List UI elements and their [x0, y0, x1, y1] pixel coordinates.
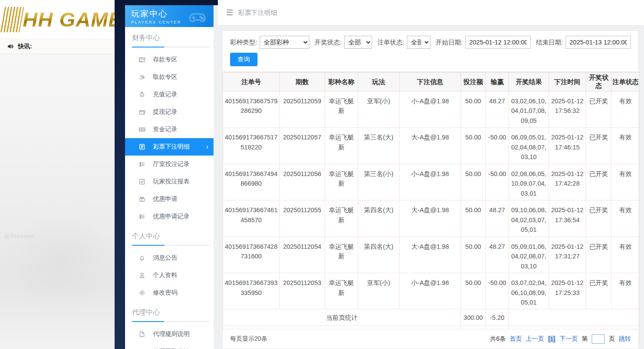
column-header: 注单状态: [612, 73, 640, 91]
sidebar-item-lottery-bet-details[interactable]: 彩票下注明细›: [125, 138, 214, 156]
table-cell: 第三名(小): [358, 164, 400, 200]
table-cell: 亚军(小): [358, 273, 400, 309]
lottery-type-label: 彩种类型:: [230, 38, 257, 47]
table-cell: 已开奖: [586, 128, 612, 164]
sidebar-item-withdrawal-records[interactable]: 提现记录: [125, 103, 214, 121]
table-cell: 48.27: [486, 200, 509, 237]
current-page[interactable]: [1]: [548, 335, 556, 342]
column-header: 输赢: [486, 73, 509, 91]
sidebar-item-label: 取款专区: [153, 73, 177, 81]
table-cell: 06,09,05,01,02,04,08,07,03,10: [509, 128, 549, 164]
lottery-type-select[interactable]: 全部彩种: [260, 36, 309, 49]
sidebar-item-change-password[interactable]: 修改密码: [125, 284, 214, 302]
jump-link[interactable]: 跳转: [619, 335, 631, 343]
table-cell: 03,07,02,04,06,10,08,09,05,01: [509, 273, 549, 309]
total-count: 共6条: [490, 335, 506, 343]
table-cell: 亚军(小): [358, 91, 400, 128]
sidebar: 玩家中心 PLAYERS CENTER 财务中心存款专区取款专区充值记录提现记录…: [125, 5, 214, 349]
table-cell: 大-A盘@1.98: [400, 237, 461, 273]
prev-page-link[interactable]: 上一页: [525, 335, 544, 343]
search-button[interactable]: 查询: [230, 53, 258, 66]
page: HH GAME 快讯: @Investec 玩家中心 PLAYERS CENTE…: [0, 0, 644, 349]
hall-bet-records-icon: [139, 161, 146, 168]
table-cell: 有效: [612, 200, 640, 237]
sidebar-item-funds-records[interactable]: 资金记录: [125, 121, 214, 138]
table-cell: 401569173667494866980: [223, 164, 280, 200]
sidebar-item-label: 消息公告: [153, 254, 177, 262]
table-cell: 20250112053: [280, 273, 325, 309]
table-row: 40156917366742873160020250112054幸运飞艇新第四名…: [223, 237, 640, 273]
sidebar-item-label: 个人资料: [153, 271, 177, 279]
sidebar-item-deposit-zone[interactable]: 存款专区: [125, 51, 214, 68]
table-cell: 02,08,06,05,10,09,07,04,03,01: [509, 164, 549, 200]
table-cell: -50.00: [486, 164, 509, 200]
sidebar-item-promo-records[interactable]: 优惠申请记录: [125, 208, 214, 225]
sidebar-sections: 财务中心存款专区取款专区充值记录提现记录资金记录彩票下注明细›厅室投注记录玩家投…: [125, 34, 214, 349]
start-date-input[interactable]: [465, 36, 531, 49]
table-cell: 50.00: [461, 164, 486, 200]
table-cell: 第三名(大): [358, 128, 400, 164]
bet-status-label: 注单状态:: [377, 38, 404, 47]
table-cell: 20250112054: [280, 237, 325, 273]
first-page-link[interactable]: 首页: [509, 335, 522, 343]
sidebar-item-hall-bet-records[interactable]: 厅室投注记录: [125, 156, 214, 173]
sidebar-item-label: 存款专区: [153, 56, 177, 64]
table-cell: 大-A盘@1.98: [400, 200, 461, 237]
deposit-zone-icon: [139, 56, 146, 63]
table-row: 40156917366751751822020250112057幸运飞艇新第三名…: [223, 128, 640, 164]
table-row: 40156917366749486698020250112056幸运飞艇新第三名…: [223, 164, 640, 200]
pagination-bar: 每页显示20条 共6条 首页 上一页 [1] 下一页 第 页 跳转: [222, 329, 639, 349]
table-cell: 有效: [612, 237, 640, 273]
table-cell: 幸运飞艇新: [325, 273, 358, 309]
bets-table: 注单号期数彩种名称玩法下注信息投注额输赢开奖结果下注时间开奖状态注单状态 401…: [223, 72, 640, 342]
sidebar-item-player-bet-report[interactable]: 玩家投注报表: [125, 173, 214, 190]
sidebar-item-profile[interactable]: 个人资料: [125, 267, 214, 284]
withdrawal-records-icon: [139, 108, 146, 115]
draw-status-select[interactable]: 全部: [344, 36, 372, 49]
sidebar-item-label: 厅室投注记录: [153, 160, 190, 168]
table-cell: -50.00: [486, 273, 509, 309]
sidebar-item-promo-apply[interactable]: 优惠申请: [125, 190, 214, 208]
filter-panel: 彩种类型: 全部彩种 开奖状态: 全部 注单状态: 全部 开始日期: 结束日期:…: [222, 30, 639, 72]
table-cell: 幸运飞艇新: [325, 237, 358, 273]
announcements-icon: [139, 254, 146, 261]
sidebar-item-label: 充值记录: [153, 91, 177, 98]
menu-toggle-icon[interactable]: ☰: [226, 8, 233, 17]
bet-status-select[interactable]: 全部: [407, 36, 430, 49]
pagination-controls: 共6条 首页 上一页 [1] 下一页 第 页 跳转: [490, 334, 631, 344]
table-cell: 已开奖: [586, 164, 612, 200]
bets-table-panel: 注单号期数彩种名称玩法下注信息投注额输赢开奖结果下注时间开奖状态注单状态 401…: [222, 72, 639, 343]
table-cell: 2025-01-12 17:25:33: [549, 273, 586, 309]
table-cell: 401569173667428731600: [223, 237, 280, 273]
table-cell: 已开奖: [586, 200, 612, 237]
table-cell: 有效: [612, 164, 640, 200]
next-page-link[interactable]: 下一页: [559, 335, 578, 343]
sidebar-item-label: 资金记录: [153, 125, 177, 133]
table-cell: 幸运飞艇新: [325, 164, 358, 200]
end-date-input[interactable]: [566, 36, 631, 49]
table-cell: 有效: [612, 91, 640, 128]
start-date-label: 开始日期:: [436, 38, 463, 47]
profile-icon: [139, 272, 146, 279]
table-cell: 2025-01-12 17:56:32: [549, 91, 586, 128]
summary-win-loss: -5.20: [486, 309, 509, 326]
player-bet-report-icon: [139, 178, 146, 185]
sidebar-item-agent-team-stats[interactable]: 代理团队统计: [125, 343, 214, 349]
table-cell: 小-A盘@1.98: [400, 91, 461, 128]
sidebar-item-agent-rules[interactable]: 代理规则说明: [125, 325, 214, 343]
draw-status-label: 开奖状态:: [315, 38, 342, 47]
column-header: 开奖结果: [509, 73, 549, 91]
sidebar-item-announcements[interactable]: 消息公告: [125, 249, 214, 267]
table-cell: 50.00: [461, 273, 486, 309]
end-date-label: 结束日期:: [536, 38, 563, 47]
dark-top-band: [125, 0, 218, 5]
sidebar-item-withdraw-zone[interactable]: 取款专区: [125, 68, 214, 86]
table-cell: 2025-01-12 17:42:28: [549, 164, 586, 200]
table-cell: 48.27: [486, 91, 509, 128]
table-cell: 第四名(大): [358, 237, 400, 273]
sidebar-item-recharge-records[interactable]: 充值记录: [125, 86, 214, 103]
page-number-input[interactable]: [592, 334, 605, 344]
column-header: 开奖状态: [586, 73, 612, 91]
table-cell: 401569173667579286290: [223, 91, 280, 128]
logo: HH GAME: [0, 0, 115, 39]
